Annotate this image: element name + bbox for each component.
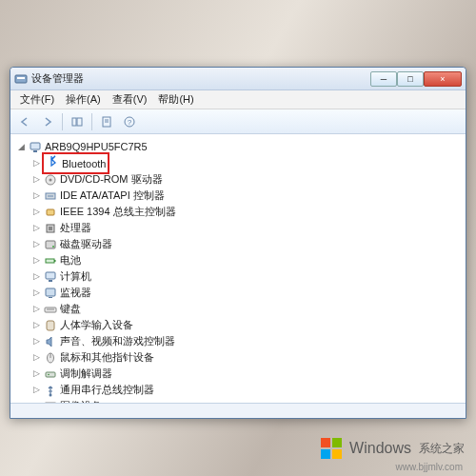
tree-item[interactable]: ▷人体学输入设备 [31, 317, 466, 333]
expand-icon[interactable]: ▷ [31, 223, 42, 233]
windows-logo-icon [319, 436, 344, 461]
tree-item-label: DVD/CD-ROM 驱动器 [60, 171, 163, 188]
device-tree: ◢ ARB9Q9HPU5FC7R5 ▷Bluetooth▷DVD/CD-ROM … [10, 139, 466, 403]
tree-item-label: 声音、视频和游戏控制器 [60, 333, 175, 349]
cpu-icon [44, 222, 57, 235]
menu-action[interactable]: 操作(A) [60, 90, 107, 109]
expand-icon[interactable]: ▷ [31, 271, 42, 282]
svg-rect-31 [46, 372, 55, 377]
tree-item-label: 处理器 [60, 220, 91, 236]
svg-rect-23 [49, 280, 52, 282]
tree-item[interactable]: ▷IEEE 1394 总线主控制器 [31, 204, 466, 220]
app-icon [14, 72, 28, 86]
svg-rect-24 [46, 288, 55, 296]
svg-point-12 [50, 178, 52, 181]
watermark-url: www.bjjmlv.com [396, 462, 463, 472]
firewire-icon [44, 206, 57, 219]
expand-icon[interactable]: ▷ [31, 239, 42, 249]
help-button[interactable]: ? [119, 112, 140, 131]
tree-item-label: 监视器 [60, 285, 91, 301]
svg-rect-28 [47, 321, 54, 330]
titlebar[interactable]: 设备管理器 ─ □ × [10, 68, 466, 90]
window-title: 设备管理器 [31, 71, 84, 86]
computer-icon [29, 141, 42, 154]
forward-button[interactable] [37, 112, 58, 131]
tree-item[interactable]: ▷调制解调器 [31, 366, 466, 382]
svg-rect-21 [54, 260, 56, 262]
expand-icon[interactable]: ▷ [31, 336, 42, 347]
expand-icon[interactable]: ▷ [31, 158, 42, 169]
computer-icon [44, 270, 57, 284]
watermark-brand: Windows [349, 440, 411, 457]
usb-icon [44, 384, 57, 397]
close-button[interactable]: × [424, 71, 462, 87]
minimize-button[interactable]: ─ [370, 71, 397, 87]
toolbar-separator [91, 113, 92, 130]
menu-view[interactable]: 查看(V) [107, 90, 153, 109]
tree-item[interactable]: ▷DVD/CD-ROM 驱动器 [31, 171, 466, 188]
tree-item[interactable]: ▷声音、视频和游戏控制器 [31, 333, 466, 349]
sound-icon [44, 335, 57, 348]
mouse-icon [44, 351, 57, 365]
expand-icon[interactable]: ▷ [31, 368, 42, 379]
keyboard-icon [44, 303, 57, 316]
expand-icon[interactable]: ▷ [31, 320, 42, 330]
expand-icon[interactable]: ▷ [31, 288, 42, 298]
expand-icon[interactable]: ▷ [31, 304, 42, 314]
monitor-icon [44, 287, 57, 300]
svg-text:?: ? [128, 118, 132, 127]
ide-icon [44, 189, 57, 203]
tree-item-label: 磁盘驱动器 [60, 236, 112, 252]
expand-icon[interactable]: ▷ [31, 207, 42, 217]
watermark-sub: 系统之家 [419, 441, 465, 457]
tree-item[interactable]: ▷鼠标和其他指针设备 [31, 349, 466, 366]
svg-point-19 [52, 246, 54, 248]
expand-icon[interactable]: ▷ [31, 352, 42, 363]
svg-point-33 [50, 393, 52, 396]
expand-icon[interactable]: ▷ [31, 190, 42, 201]
statusbar [10, 403, 466, 418]
expand-icon[interactable]: ▷ [31, 174, 42, 185]
tree-item-label: 调制解调器 [60, 366, 112, 382]
expand-icon[interactable]: ▷ [31, 255, 42, 266]
svg-rect-46 [332, 449, 342, 459]
battery-icon [44, 254, 57, 268]
collapse-icon[interactable]: ◢ [16, 142, 27, 152]
disk-icon [44, 238, 57, 251]
svg-rect-2 [72, 118, 76, 126]
modem-icon [44, 367, 57, 381]
tree-item[interactable]: ▷磁盘驱动器 [31, 236, 466, 252]
window-controls: ─ □ × [370, 71, 462, 87]
menubar: 文件(F) 操作(A) 查看(V) 帮助(H) [10, 90, 466, 109]
svg-rect-20 [46, 259, 54, 263]
tree-item[interactable]: ▷计算机 [31, 268, 466, 285]
svg-rect-9 [30, 143, 40, 149]
tree-item-label: 人体学输入设备 [60, 317, 133, 333]
maximize-button[interactable]: □ [397, 71, 424, 87]
tree-item-label: 电池 [60, 252, 81, 268]
menu-help[interactable]: 帮助(H) [152, 90, 199, 109]
tree-item[interactable]: ▷Bluetooth [31, 155, 466, 171]
tree-item-label: 键盘 [60, 301, 81, 317]
tree-item[interactable]: ▷通用串行总线控制器 [31, 382, 466, 398]
tree-content[interactable]: ◢ ARB9Q9HPU5FC7R5 ▷Bluetooth▷DVD/CD-ROM … [10, 134, 466, 403]
tree-item[interactable]: ▷IDE ATA/ATAPI 控制器 [31, 188, 466, 204]
tree-item-label: Bluetooth [62, 158, 106, 169]
tree-item-label: 鼠标和其他指针设备 [60, 349, 154, 366]
svg-rect-45 [321, 449, 330, 459]
show-hide-tree-button[interactable] [67, 112, 88, 131]
expand-icon[interactable]: ▷ [31, 385, 42, 395]
disc-icon [44, 173, 57, 187]
tree-item[interactable]: ▷电池 [31, 252, 466, 268]
tree-item[interactable]: ▷处理器 [31, 220, 466, 236]
back-button[interactable] [14, 112, 35, 131]
svg-rect-44 [332, 438, 342, 447]
properties-button[interactable] [96, 112, 117, 131]
tree-item[interactable]: ▷键盘 [31, 301, 466, 317]
bluetooth-icon [46, 154, 59, 168]
menu-file[interactable]: 文件(F) [14, 90, 60, 109]
tree-item-label: 计算机 [60, 268, 91, 285]
device-manager-window: 设备管理器 ─ □ × 文件(F) 操作(A) 查看(V) 帮助(H) ? ◢ … [10, 67, 466, 419]
hid-icon [44, 319, 57, 332]
tree-item[interactable]: ▷监视器 [31, 285, 466, 301]
